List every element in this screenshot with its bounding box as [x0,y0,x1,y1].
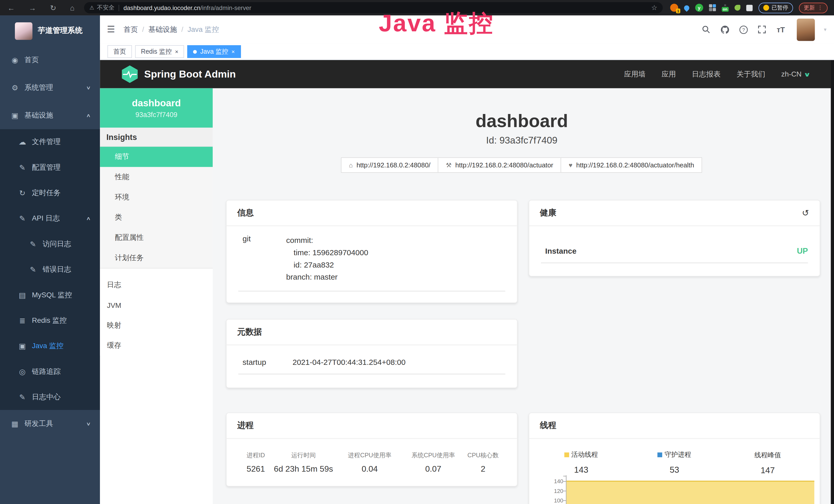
chevron-up-icon: ∧ [86,216,91,221]
history-icon[interactable]: ↺ [802,208,809,218]
process-card-title: 进程 [226,413,517,438]
sba-menu-beans[interactable]: 类 [100,207,213,228]
close-icon[interactable]: × [175,48,178,54]
sba-menu-jvm[interactable]: JVM [100,295,213,315]
instance-title: dashboard [213,111,831,132]
bookmark-star-icon[interactable]: ☆ [651,4,657,12]
fullscreen-icon[interactable] [758,25,767,34]
browser-menu-icon[interactable]: ⋮ [817,5,823,11]
spring-boot-admin-logo [122,66,138,83]
search-icon[interactable] [701,25,711,34]
sba-nav-wallboard[interactable]: 应用墙 [624,69,646,79]
sba-nav-language[interactable]: zh-CN∨ [781,70,810,78]
extension-orange-icon[interactable]: 1 [670,4,678,12]
sidebar-item-mysql-monitor[interactable]: ▤ MySQL 监控 [0,282,100,308]
sidebar-item-file-manage[interactable]: ☁ 文件管理 [0,129,100,155]
row-divider [238,374,505,374]
sidebar-item-tracing[interactable]: ◎ 链路追踪 [0,359,100,384]
process-card: 进程 进程ID 运行时间 进程CPU使用率 系统CPU使用率 CPU核心数 52… [226,413,518,486]
extension-drop-icon[interactable] [683,4,690,11]
extensions-row: 1 y ≡on 已暂停 更新 ⋮ [670,2,828,13]
sba-content: dashboard Id: 93a3fc7f7409 ⌂ http://192.… [213,88,831,504]
extension-green-icon[interactable]: y [695,4,703,12]
metadata-value: 2021-04-27T00:44:31.254+08:00 [292,358,405,366]
profile-paused-badge[interactable]: 已暂停 [758,2,793,13]
sidebar-item-log-center[interactable]: ✎ 日志中心 [0,384,100,410]
sidebar-item-dev-tools[interactable]: ▦ 研发工具 ∨ [0,410,100,438]
close-icon[interactable]: × [232,48,235,54]
breadcrumb-infra[interactable]: 基础设施 [148,25,177,34]
ytick-100: 100 [549,497,563,503]
sidebar-item-system[interactable]: ⚙ 系统管理 ∨ [0,74,100,102]
sba-nav-about[interactable]: 关于我们 [737,69,765,79]
service-url-button[interactable]: ⌂ http://192.168.0.2:48080/ [341,157,438,173]
avatar-caret-icon[interactable]: ▾ [824,27,827,32]
sba-nav-journal[interactable]: 日志报表 [692,69,721,79]
actuator-url-button[interactable]: ⚒ http://192.168.0.2:48080/actuator [438,157,561,173]
refresh-icon[interactable]: ↻ [50,4,56,12]
sidebar-item-scheduled-jobs[interactable]: ↻ 定时任务 [0,180,100,206]
content-scrollbar[interactable] [831,60,834,504]
help-icon[interactable]: ? [739,25,748,34]
health-status-up: UP [797,246,808,255]
sidebar-item-access-logs[interactable]: ✎ 访问日志 [0,231,100,257]
sidebar-item-api-logs[interactable]: ✎ API 日志 ∧ [0,206,100,231]
sidebar-item-config-manage[interactable]: ✎ 配置管理 [0,155,100,180]
health-instance-row: Instance UP [529,246,820,255]
active-dot [193,50,197,53]
url-path: /infra/admin-server [200,5,251,11]
tab-redis-monitor[interactable]: Redis 监控 × [135,45,184,58]
tab-home[interactable]: 首页 [107,45,132,58]
yellow-swatch [564,452,569,457]
sba-menu-scheduled-tasks[interactable]: 计划任务 [100,248,213,268]
health-url-button[interactable]: ♥ http://192.168.0.2:48080/actuator/heal… [561,157,702,173]
sidebar-item-infra[interactable]: ▣ 基础设施 ∧ [0,102,100,130]
url-divider [119,5,119,11]
monitor-icon: ▣ [10,111,19,120]
app-sidebar: 芋道管理系统 ◉ 首页 ⚙ 系统管理 ∨ ▣ 基础设施 ∧ ☁ 文件管理 ✎ 配… [0,16,100,504]
infra-submenu: ☁ 文件管理 ✎ 配置管理 ↻ 定时任务 ✎ API 日志 ∧ ✎ 访问日志 ✎ [0,129,100,410]
process-pid: 5261 [240,464,272,474]
sba-menu-caches[interactable]: 缓存 [100,336,213,356]
extension-onetab-icon[interactable]: ≡on [722,4,728,12]
app-logo-row: 芋道管理系统 [0,16,100,46]
github-icon[interactable] [720,25,730,34]
hamburger-icon[interactable]: ☰ [107,24,115,35]
extensions-puzzle-icon[interactable] [746,5,752,11]
sidebar-item-error-logs[interactable]: ✎ 错误日志 [0,257,100,282]
url-host: dashboard.yudao.iocoder.cn [124,5,200,11]
sba-menu-environment[interactable]: 环境 [100,187,213,207]
tab-java-monitor[interactable]: Java 监控 × [188,45,241,58]
address-bar[interactable]: ⚠ 不安全 dashboard.yudao.iocoder.cn /infra/… [84,2,663,13]
threads-card-title: 线程 [529,413,820,438]
peak-threads-value: 147 [721,466,814,475]
extension-leaf-icon[interactable] [734,5,740,11]
sba-nav-applications[interactable]: 应用 [662,69,676,79]
info-key: git [238,234,286,283]
info-card-title: 信息 [226,201,517,226]
sidebar-item-home[interactable]: ◉ 首页 [0,46,100,74]
forward-icon[interactable]: → [29,4,36,12]
sba-menu-loggers[interactable]: 日志 [100,275,213,295]
blue-swatch [658,452,663,457]
monitor-icon: ▣ [18,342,26,350]
metadata-card-title: 元数据 [226,320,517,345]
back-icon[interactable]: ← [7,4,15,12]
sidebar-item-redis-monitor[interactable]: ≣ Redis 监控 [0,308,100,333]
breadcrumb-home[interactable]: 首页 [124,25,138,34]
extension-grid-icon[interactable] [709,4,716,11]
sba-menu-details[interactable]: 细节 [100,147,213,167]
legend-live-threads: 活动线程 143 [534,450,628,475]
sba-instance-block[interactable]: dashboard 93a3fc7f7409 [100,88,213,128]
chrome-update-button[interactable]: 更新 ⋮ [799,2,828,13]
user-avatar[interactable] [797,18,815,41]
sba-menu-metrics[interactable]: 性能 [100,167,213,187]
font-size-icon[interactable]: ᴛT [776,25,786,34]
sidebar-item-java-monitor[interactable]: ▣ Java 监控 [0,333,100,359]
metadata-card: 元数据 startup 2021-04-27T00:44:31.254+08:0… [226,319,518,388]
app-title: 芋道管理系统 [38,26,83,36]
sba-menu-mappings[interactable]: 映射 [100,315,213,336]
sba-menu-config-props[interactable]: 配置属性 [100,228,213,248]
info-git-row: git commit: time: 1596289704000 id: 27aa… [226,234,517,283]
home-icon[interactable]: ⌂ [70,4,75,12]
